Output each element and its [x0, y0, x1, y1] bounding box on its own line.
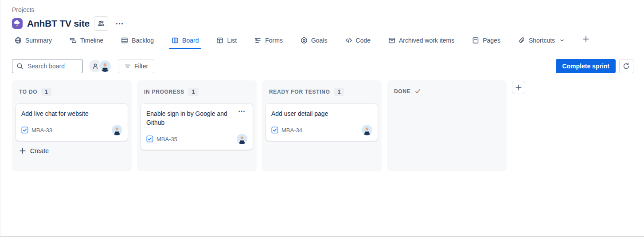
filter-button[interactable]: Filter	[118, 59, 154, 73]
create-issue-button[interactable]: Create	[16, 145, 52, 157]
archive-icon	[388, 37, 395, 44]
column-cards: Enable sign in by Google and Github⋯MBA-…	[137, 101, 257, 150]
card-footer: MBA-34	[271, 125, 372, 135]
issue-key: MBA-34	[281, 127, 302, 134]
jira-board-page: { "breadcrumb": { "label": "Projects" },…	[0, 0, 644, 237]
tab-label: List	[227, 37, 237, 44]
column-cards: Add live chat for websiteMBA-33	[12, 101, 132, 141]
tab-forms[interactable]: Forms	[252, 36, 285, 49]
card-footer: MBA-35	[146, 134, 247, 144]
more-options-button[interactable]: ⋯	[113, 16, 127, 31]
add-column-button[interactable]	[512, 81, 525, 94]
issue-card-mba-34[interactable]: Add user detail pageMBA-34	[265, 103, 378, 141]
person-icon	[92, 63, 99, 70]
search-icon	[16, 63, 23, 70]
complete-sprint-button[interactable]: Complete sprint	[556, 59, 616, 73]
tab-board[interactable]: Board	[169, 36, 201, 49]
storm-project-icon	[12, 18, 23, 29]
card-title: Add live chat for website	[21, 109, 122, 118]
column-header: READY FOR TESTING1	[262, 80, 382, 101]
column-to-do: TO DO1Add live chat for websiteMBA-33Cre…	[12, 80, 132, 171]
column-ready-for-testing: READY FOR TESTING1Add user detail pageMB…	[262, 80, 382, 171]
create-button-label: Create	[30, 147, 49, 154]
card-footer: MBA-33	[21, 125, 122, 135]
column-name: TO DO	[19, 89, 37, 95]
sprint-icon	[622, 62, 630, 70]
issue-key: MBA-35	[156, 136, 177, 142]
issue-key: MBA-33	[31, 127, 52, 134]
tab-summary[interactable]: Summary	[12, 36, 55, 49]
sprint-options-button[interactable]	[619, 59, 633, 73]
card-title: Add user detail page	[271, 109, 372, 118]
board-icon	[172, 37, 179, 44]
tab-timeline[interactable]: Timeline	[67, 36, 106, 49]
assignee-avatar[interactable]	[237, 134, 247, 144]
forms-icon	[254, 37, 262, 44]
column-name: IN PROGRESS	[144, 89, 184, 95]
tab-label: Code	[356, 37, 371, 44]
add-tab-button[interactable]	[580, 35, 592, 49]
tab-backlog[interactable]: Backlog	[118, 36, 156, 49]
issue-card-mba-33[interactable]: Add live chat for websiteMBA-33	[16, 103, 128, 141]
filter-icon	[124, 63, 131, 70]
column-done: DONE	[387, 80, 507, 171]
tab-code[interactable]: Code	[343, 36, 373, 49]
issue-card-mba-35[interactable]: Enable sign in by Google and Github⋯MBA-…	[141, 103, 253, 150]
backlog-icon	[121, 37, 128, 44]
plus-icon	[19, 147, 26, 154]
column-name: READY FOR TESTING	[269, 89, 330, 95]
project-tab-bar: SummaryTimelineBacklogBoardListFormsGoal…	[0, 31, 644, 49]
column-header: TO DO1	[12, 80, 132, 101]
task-icon	[271, 126, 278, 134]
tab-goals[interactable]: Goals	[298, 36, 330, 49]
board-toolbar: Filter Complete sprint	[0, 59, 644, 73]
people-group-icon	[98, 20, 105, 27]
project-access-button[interactable]	[94, 16, 108, 31]
column-name: DONE	[394, 88, 410, 95]
tab-label: Timeline	[80, 37, 103, 44]
filter-button-label: Filter	[134, 63, 148, 70]
shortcut-icon	[518, 37, 525, 44]
tab-label: Goals	[311, 37, 328, 44]
plus-icon	[582, 36, 589, 43]
page-title: AnhBT TV site	[27, 18, 90, 29]
column-in-progress: IN PROGRESS1Enable sign in by Google and…	[137, 80, 257, 171]
column-header: DONE	[387, 80, 507, 99]
globe-icon	[15, 37, 22, 44]
board-columns: TO DO1Add live chat for websiteMBA-33Cre…	[0, 73, 644, 171]
tab-label: Forms	[265, 37, 283, 44]
tab-pages[interactable]: Pages	[469, 36, 503, 49]
done-check-icon	[414, 88, 421, 95]
card-more-menu-button[interactable]: ⋯	[235, 107, 248, 115]
toolbar-right: Complete sprint	[556, 59, 633, 73]
tab-shortcuts[interactable]: Shortcuts	[515, 36, 567, 49]
project-title-row: AnhBT TV site ⋯	[12, 16, 632, 31]
task-icon	[21, 126, 28, 134]
goals-icon	[301, 37, 308, 44]
project-storm-icon	[12, 18, 23, 29]
plus-icon	[515, 84, 522, 91]
more-horizontal-icon: ⋯	[115, 19, 124, 28]
search-input[interactable]	[27, 62, 78, 70]
tab-label: Archived work items	[399, 37, 454, 44]
search-board-box[interactable]	[12, 59, 83, 73]
assignee-avatar[interactable]	[362, 125, 372, 135]
breadcrumb[interactable]: Projects	[12, 6, 632, 13]
pages-icon	[472, 37, 479, 44]
tab-label: Shortcuts	[529, 37, 555, 44]
tab-label: Pages	[483, 37, 500, 44]
tab-list[interactable]: List	[214, 36, 239, 49]
project-header: Projects AnhBT TV site ⋯	[0, 0, 644, 31]
assignee-avatar[interactable]	[112, 125, 122, 135]
column-cards	[387, 99, 507, 102]
column-count-badge: 1	[41, 88, 51, 96]
card-title: Enable sign in by Google and Github	[146, 109, 247, 127]
tab-label: Board	[182, 37, 199, 44]
column-count-badge: 1	[188, 88, 199, 96]
user-avatar[interactable]	[98, 59, 112, 73]
tab-archived-work-items[interactable]: Archived work items	[386, 36, 457, 49]
assignee-avatar-group	[89, 59, 112, 73]
column-count-badge: 1	[334, 88, 344, 96]
column-cards: Add user detail pageMBA-34	[262, 101, 382, 141]
column-header: IN PROGRESS1	[137, 80, 257, 101]
